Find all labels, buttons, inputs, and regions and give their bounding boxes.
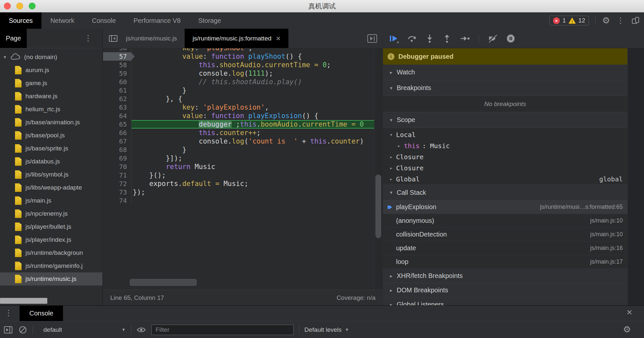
step-over-button[interactable]	[407, 34, 417, 43]
issues-badge[interactable]: × 1 ! 12	[549, 16, 589, 25]
close-drawer-icon[interactable]: ×	[626, 307, 632, 317]
editor-tab-music-js-formatted[interactable]: js/runtime/music.js:formatted ×	[185, 29, 288, 48]
line-number[interactable]: 58	[103, 61, 131, 69]
section-global-listeners[interactable]: ▸Global Listeners	[383, 298, 627, 305]
editor-vscrollbar[interactable]	[374, 48, 383, 290]
code-line-60[interactable]: 60// this.shootAudio.play()	[103, 78, 374, 86]
sidebar-hscrollbar[interactable]	[0, 298, 47, 304]
code-line-56[interactable]: 56key: 'playShoot',	[103, 48, 374, 52]
eye-icon[interactable]	[136, 326, 146, 334]
file-js-main-js[interactable]: js/main.js	[0, 194, 102, 207]
file-hardware-js[interactable]: hardware.js	[0, 90, 102, 103]
code-line-68[interactable]: 68}	[103, 146, 374, 154]
code-line-71[interactable]: 71}();	[103, 171, 374, 179]
filter-input[interactable]	[151, 325, 294, 335]
code-line-66[interactable]: 66this.counter++;	[103, 129, 374, 137]
code-line-67[interactable]: 67console.log('count is ' + this.counter…	[103, 137, 374, 146]
tab-console-drawer[interactable]: Console	[20, 306, 63, 321]
stack-frame-collisiondetection[interactable]: collisionDetectionjs/main.js:10	[383, 228, 627, 241]
line-number[interactable]: 64	[103, 112, 131, 120]
line-number[interactable]: 61	[103, 86, 131, 95]
code-line-74[interactable]: 74	[103, 196, 374, 205]
tab-console[interactable]: Console	[83, 12, 125, 29]
line-number[interactable]: 60	[103, 78, 131, 86]
step-out-button[interactable]	[443, 34, 451, 43]
console-sidebar-icon[interactable]	[3, 325, 13, 334]
file-game-js[interactable]: game.js	[0, 77, 102, 90]
section-watch[interactable]: ▸Watch	[383, 65, 627, 80]
close-tab-icon[interactable]: ×	[276, 35, 281, 42]
scope-local[interactable]: ▾Local	[383, 128, 627, 140]
code-editor[interactable]: 56key: 'playShoot',57value: function pla…	[103, 48, 374, 290]
code-line-69[interactable]: 69}]);	[103, 154, 374, 162]
file-js-runtime-music-js[interactable]: js/runtime/music.js	[0, 272, 102, 285]
line-number[interactable]: 70	[103, 162, 131, 171]
file-js-base-pool-js[interactable]: js/base/pool.js	[0, 129, 102, 142]
device-toolbar-icon[interactable]	[631, 16, 640, 25]
section-call-stack[interactable]: ▾Call Stack	[383, 185, 627, 200]
hide-navigator-icon[interactable]	[108, 34, 118, 43]
file-js-player-bullet-js[interactable]: js/player/bullet.js	[0, 220, 102, 233]
stack-frame-playexplosion[interactable]: playExplosionjs/runtime/musi…s:formatted…	[383, 200, 627, 214]
file-js-base-animation-js[interactable]: js/base/animation.js	[0, 116, 102, 129]
section-breakpoints[interactable]: ▾Breakpoints	[383, 80, 627, 96]
log-levels-selector[interactable]: Default levels ▼	[304, 326, 349, 333]
scope-global[interactable]: ▸Globalglobal	[383, 174, 627, 185]
line-number[interactable]: 68	[103, 146, 131, 154]
line-number[interactable]: 63	[103, 103, 131, 112]
step-button[interactable]	[460, 35, 470, 42]
code-line-57[interactable]: 57value: function playShoot() {	[103, 52, 374, 61]
console-settings-gear-icon[interactable]: ⚙	[623, 325, 631, 334]
code-line-73[interactable]: 73});	[103, 188, 374, 196]
line-number[interactable]: 74	[103, 196, 131, 205]
minimize-window-button[interactable]	[16, 3, 23, 9]
file-helium-rtc-js[interactable]: helium_rtc.js	[0, 103, 102, 116]
line-number[interactable]: 66	[103, 129, 131, 137]
line-number[interactable]: 73	[103, 188, 131, 196]
line-number[interactable]: 59	[103, 69, 131, 78]
section-dom-breakpoints[interactable]: ▸DOM Breakpoints	[383, 283, 627, 298]
line-number[interactable]: 62	[103, 95, 131, 103]
editor-tab-music-js[interactable]: js/runtime/music.js	[118, 29, 185, 48]
stack-frame-loop[interactable]: loopjs/main.js:17	[383, 255, 627, 269]
file-aurum-js[interactable]: aurum.js	[0, 64, 102, 77]
section-xhr-fetch-breakpoints[interactable]: ▸XHR/fetch Breakpoints	[383, 269, 627, 283]
code-line-64[interactable]: 64value: function playExplosion() {	[103, 112, 374, 120]
tab-performance-v8[interactable]: Performance V8	[125, 12, 190, 29]
line-number[interactable]: 67	[103, 137, 131, 146]
close-window-button[interactable]	[4, 3, 11, 9]
line-number[interactable]: 56	[103, 48, 131, 52]
code-line-62[interactable]: 62}, {	[103, 95, 374, 103]
deactivate-breakpoints-button[interactable]	[488, 34, 498, 43]
line-number[interactable]: 65	[103, 120, 131, 129]
file-js-libs-weapp-adapte[interactable]: js/libs/weapp-adapte	[0, 181, 102, 194]
navigator-more-icon[interactable]: ⋮	[84, 34, 92, 42]
file-js-runtime-backgroun[interactable]: js/runtime/backgroun	[0, 246, 102, 259]
editor-hscrollbar-thumb[interactable]	[130, 279, 197, 286]
line-number[interactable]: 72	[103, 179, 131, 188]
file-js-base-sprite-js[interactable]: js/base/sprite.js	[0, 142, 102, 155]
stack-frame-anonymous[interactable]: (anonymous)js/main.js:10	[383, 214, 627, 228]
line-number[interactable]: 71	[103, 171, 131, 179]
clear-console-icon[interactable]	[18, 325, 27, 334]
code-line-61[interactable]: 61}	[103, 86, 374, 95]
tab-network[interactable]: Network	[41, 12, 83, 29]
vscrollbar-thumb[interactable]	[376, 175, 381, 238]
line-number[interactable]: 69	[103, 154, 131, 162]
file-js-databus-js[interactable]: js/databus.js	[0, 155, 102, 168]
resume-button[interactable]	[389, 34, 399, 43]
more-options-icon[interactable]: ⋮	[617, 17, 624, 24]
scope-this[interactable]: ▸this: Music	[383, 140, 627, 151]
context-selector[interactable]: default ▼	[38, 326, 126, 333]
file-js-runtime-gameinfo-j[interactable]: js/runtime/gameinfo.j	[0, 259, 102, 272]
section-scope[interactable]: ▾Scope	[383, 112, 627, 128]
stack-frame-update[interactable]: updatejs/main.js:16	[383, 241, 627, 255]
open-panel-icon[interactable]	[367, 34, 377, 43]
code-line-63[interactable]: 63key: 'playExplosion',	[103, 103, 374, 112]
zoom-window-button[interactable]	[29, 3, 36, 9]
scope-closure[interactable]: ▸Closure	[383, 151, 627, 162]
code-line-72[interactable]: 72exports.default = Music;	[103, 179, 374, 188]
code-line-58[interactable]: 58this.shootAudio.currentTime = 0;	[103, 61, 374, 69]
scope-closure[interactable]: ▸Closure	[383, 162, 627, 174]
pause-on-exceptions-button[interactable]	[506, 34, 515, 43]
